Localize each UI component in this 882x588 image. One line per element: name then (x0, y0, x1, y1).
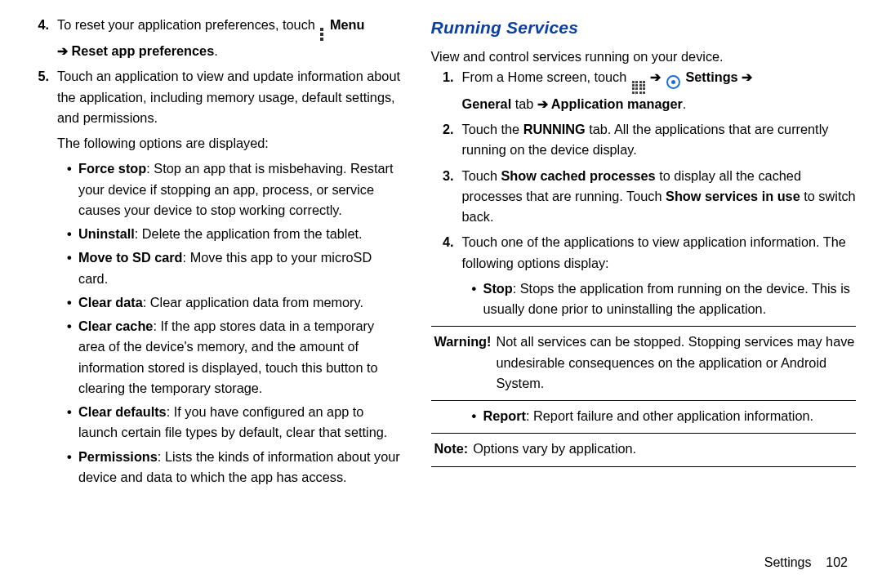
right-step-2: 2. Touch the RUNNING tab. All the applic… (431, 119, 856, 161)
list-body: Touch the RUNNING tab. All the applicati… (462, 119, 856, 161)
settings-gear-icon (666, 75, 680, 89)
r1-pre: From a Home screen, touch (462, 69, 630, 84)
bullet-mark: • (472, 278, 483, 320)
bullet-text: : Report failure and other application i… (526, 408, 813, 423)
bullet-uninstall: • Uninstall: Delete the application from… (67, 224, 402, 244)
left-step-5: 5. Touch an application to view and upda… (26, 66, 402, 128)
right-bullets-stop: • Stop: Stops the application from runni… (472, 278, 856, 320)
page-body: 4. To reset your application preferences… (0, 0, 882, 588)
r2-running-bold: RUNNING (523, 122, 586, 136)
bullet-label: Force stop (78, 161, 146, 176)
step4-menu-bold: Menu (326, 17, 364, 32)
bullet-permissions: • Permissions: Lists the kinds of inform… (67, 447, 402, 488)
list-number: 4. (431, 232, 462, 274)
left-column: 4. To reset your application preferences… (26, 15, 416, 581)
bullet-force-stop: • Force stop: Stop an app that is misbeh… (67, 158, 402, 220)
arrow-icon: ➔ (742, 69, 752, 84)
bullet-text: : Delete the application from the tablet… (135, 226, 363, 241)
note-label: Note: (434, 439, 474, 459)
footer-page-number: 102 (826, 555, 848, 569)
bullet-label: Stop (483, 281, 513, 296)
r1-general-bold: General (462, 96, 512, 111)
bullet-mark: • (67, 292, 78, 313)
bullet-report: • Report: Report failure and other appli… (472, 406, 856, 426)
right-step-4: 4. Touch one of the applications to view… (431, 232, 856, 274)
intro-text: View and control services running on you… (431, 47, 856, 67)
right-step-3: 3. Touch Show cached processes to displa… (431, 166, 856, 228)
bullet-mark: • (67, 316, 78, 399)
bullet-label: Clear cache (78, 318, 153, 333)
list-body: Touch an application to view and update … (57, 66, 402, 128)
warning-label: Warning! (434, 332, 497, 394)
warning-block: Warning! Not all services can be stopped… (434, 332, 856, 394)
bullet-clear-defaults: • Clear defaults: If you have configured… (67, 402, 402, 443)
list-body: From a Home screen, touch ➔ Settings ➔ G… (462, 67, 856, 114)
right-bullets-report: • Report: Report failure and other appli… (472, 406, 856, 426)
bullet-label: Move to SD card (78, 250, 183, 265)
list-number: 1. (431, 67, 462, 114)
note-text: Options vary by application. (473, 439, 856, 459)
r2-pre: Touch the (462, 122, 523, 136)
list-number: 2. (431, 119, 462, 161)
bullet-label: Clear data (78, 295, 143, 310)
bullet-label: Report (483, 408, 526, 423)
warning-text: Not all services can be stopped. Stoppin… (496, 332, 856, 394)
menu-icon (320, 28, 324, 41)
divider-rule (431, 326, 856, 327)
left-bullets: • Force stop: Stop an app that is misbeh… (67, 158, 402, 488)
bullet-mark: • (67, 247, 78, 289)
right-column: Running Services View and control servic… (416, 15, 856, 581)
bullet-move-sd: • Move to SD card: Move this app to your… (67, 247, 402, 289)
bullet-stop: • Stop: Stops the application from runni… (472, 278, 856, 320)
bullet-mark: • (67, 158, 78, 220)
footer-section: Settings (764, 555, 812, 569)
bullet-label: Uninstall (78, 226, 135, 241)
list-body: Touch one of the applications to view ap… (462, 232, 856, 274)
note-block: Note: Options vary by application. (434, 439, 856, 459)
r3-b2: Show services in use (666, 189, 800, 203)
arrow-icon: ➔ (650, 69, 661, 84)
bullet-label: Permissions (78, 449, 158, 464)
apps-grid-icon (632, 81, 645, 94)
step4-reset-bold: Reset app preferences (72, 43, 215, 58)
left-subpara: The following options are displayed: (57, 133, 402, 154)
divider-rule (431, 466, 856, 467)
r1-end: . (683, 96, 687, 111)
r1-settings-bold: Settings (682, 69, 742, 84)
r3-pre: Touch (462, 168, 501, 183)
bullet-mark: • (67, 224, 78, 244)
list-number: 5. (26, 66, 57, 128)
bullet-label: Clear defaults (78, 404, 167, 419)
bullet-mark: • (67, 402, 78, 443)
arrow-icon: ➔ (57, 43, 68, 58)
section-heading-running-services: Running Services (431, 15, 856, 42)
list-number: 3. (431, 166, 462, 228)
list-body: Touch Show cached processes to display a… (462, 166, 856, 228)
list-body: To reset your application preferences, t… (57, 15, 402, 61)
divider-rule (431, 400, 856, 401)
step4-pre: To reset your application preferences, t… (57, 17, 318, 32)
bullet-text: : Clear application data from memory. (143, 295, 363, 310)
page-footer: Settings 102 (764, 553, 848, 573)
bullet-text: : Stops the application from running on … (483, 281, 850, 316)
list-number: 4. (26, 15, 57, 61)
arrow-icon: ➔ (537, 96, 548, 111)
step4-end: . (214, 43, 218, 58)
r3-b1: Show cached processes (501, 168, 656, 183)
left-step-4: 4. To reset your application preferences… (26, 15, 402, 61)
r1-tab-text: tab (511, 96, 537, 111)
r1-appmgr-bold: Application manager (548, 96, 683, 111)
bullet-mark: • (472, 406, 483, 426)
right-step-1: 1. From a Home screen, touch ➔ Settings … (431, 67, 856, 114)
bullet-clear-cache: • Clear cache: If the app stores data in… (67, 316, 402, 399)
bullet-mark: • (67, 447, 78, 488)
bullet-clear-data: • Clear data: Clear application data fro… (67, 292, 402, 313)
divider-rule (431, 433, 856, 434)
